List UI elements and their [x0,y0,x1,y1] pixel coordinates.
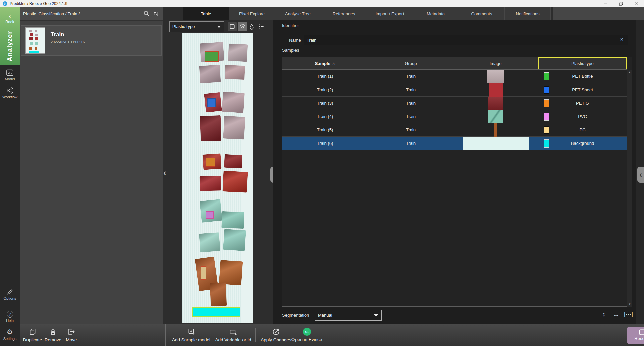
plastic-flake [199,65,221,83]
remove-button[interactable]: Remove [43,328,63,342]
tab-analyse-tree[interactable]: Analyse Tree [275,7,321,20]
add-variable-button[interactable]: Add Variable or Id [214,328,253,342]
plastic-type-cell: PET Sheet [538,83,627,96]
segmentation-label: Segmentation [282,313,309,318]
back-label: Back [0,20,20,24]
table-row[interactable]: Train (2) Train PET Sheet [282,83,627,97]
plastic-flake [200,115,222,141]
group-cell: Train [368,137,453,150]
resize-horizontal-icon[interactable]: ↔ [613,311,619,318]
table-row[interactable]: Train (4) Train PVC [282,110,627,123]
duplicate-button[interactable]: Duplicate [22,328,43,342]
table-scrollbar[interactable]: ▲ ▼ [627,70,632,307]
move-button[interactable]: Move [63,328,79,342]
close-button[interactable] [629,0,644,7]
gear-icon: ⚙ [0,328,20,336]
search-button[interactable] [143,10,150,18]
tab-comments[interactable]: Comments [459,7,505,20]
sample-cell: Train (5) [282,123,368,136]
layer-select-dropdown[interactable]: Plastic type [169,21,224,32]
scroll-up-icon[interactable]: ▲ [627,71,632,74]
view-list-button[interactable] [257,22,266,31]
plastic-type-cell: PVC [538,110,627,123]
sample-image-thumb [487,70,504,83]
collapse-left-panel-handle[interactable]: ‹ [163,168,166,177]
plastic-type-cell: PET Bottle [538,70,627,83]
tab-references[interactable]: References [321,7,367,20]
scan-image[interactable] [182,33,253,323]
view-intensity-button[interactable] [248,22,256,31]
open-in-evince-button[interactable]: e. Open in Evince [287,328,326,342]
collapse-right-handle[interactable]: ‹ [637,167,644,183]
add-sample-model-button[interactable]: Add Sample model [171,328,211,342]
sort-ascending-icon: △ [332,61,335,66]
open-in-evince-label: Open in Evince [291,337,322,342]
tab-bar: Table Pixel Explore Analyse Tree Referen… [163,7,644,20]
sample-cell: Train (2) [282,83,368,96]
sidebar-item-help[interactable]: ? Help [0,311,20,323]
table-row[interactable]: Train (1) Train PET Bottle [282,70,627,83]
samples-section-label: Samples [282,48,299,53]
restore-button[interactable] [613,0,629,7]
plastic-type-cell: PC [538,123,627,136]
sidebar-item-model[interactable]: Model [0,69,20,81]
separator [255,328,256,342]
divider [3,307,17,307]
table-row[interactable]: Train (3) Train PET G [282,97,627,110]
layers-icon [239,23,246,30]
column-header-plastic-type[interactable]: Plastic type [538,57,627,69]
breadcrumb[interactable]: Plastic_Classification / Train / [23,11,80,16]
search-icon [143,10,150,17]
back-button[interactable]: ‹ Back Analyzer [0,7,20,65]
resize-vertical-icon[interactable]: ↕ [602,311,605,318]
sidebar-item-workflow[interactable]: Workflow [0,87,20,99]
window-title: Prediktera Breeze Geo 2024.1.9 [10,1,67,6]
plastic-flake [222,92,245,113]
name-input[interactable] [304,35,628,45]
view-plain-button[interactable] [228,22,237,31]
sample-cell: Train (1) [282,70,368,83]
marker-pvc [206,211,214,219]
close-icon [635,2,638,6]
image-cell [453,70,538,83]
clear-name-icon[interactable]: ✕ [620,37,624,42]
layer-select-value: Plastic type [172,24,195,29]
image-cell [453,110,538,123]
sort-button[interactable] [153,10,159,18]
pencil-icon [6,288,13,295]
dataset-item-train[interactable]: Train 2022-02-01 11:00:16 [21,25,162,56]
column-header-sample[interactable]: Sample △ [282,57,368,69]
move-icon [67,328,75,336]
view-layers-button[interactable] [238,22,247,31]
minimize-button[interactable] [598,0,613,7]
identifier-section-label: Identifier [282,23,299,28]
table-row[interactable]: Train (5) Train PC [282,123,627,137]
plastic-flake [199,232,220,252]
plastic-flake [210,282,227,306]
plastic-flake [223,116,245,139]
chevron-down-icon [217,26,221,28]
plastic-type-cell: PET G [538,97,627,110]
recorder-button[interactable]: Recorder [627,327,644,344]
column-header-image[interactable]: Image [453,57,538,69]
column-header-group[interactable]: Group [368,57,453,69]
help-icon: ? [7,311,13,318]
sidebar-item-settings[interactable]: ⚙ Settings [0,328,20,341]
tab-table[interactable]: Table [183,7,229,20]
droplet-icon [249,23,255,30]
class-color-swatch [544,126,549,134]
tab-metadata[interactable]: Metadata [413,7,459,20]
app-window: b. Prediktera Breeze Geo 2024.1.9 ‹ Back… [0,0,644,346]
square-view-icon [229,23,235,30]
back-chevron-icon: ‹ [0,7,20,19]
sidebar-item-options[interactable]: Options [0,288,20,300]
tab-notifications[interactable]: Notifications [505,7,551,20]
class-color-swatch [544,100,549,107]
table-row-selected[interactable]: Train (6) Train Background [282,137,627,150]
segmentation-dropdown[interactable]: Manual [315,310,382,321]
tab-pixel-explore[interactable]: Pixel Explore [229,7,275,20]
column-fit-icon[interactable]: |···| [624,311,633,317]
tab-import-export[interactable]: Import / Export [367,7,413,20]
group-cell: Train [368,110,453,123]
scroll-down-icon[interactable]: ▼ [627,303,632,306]
